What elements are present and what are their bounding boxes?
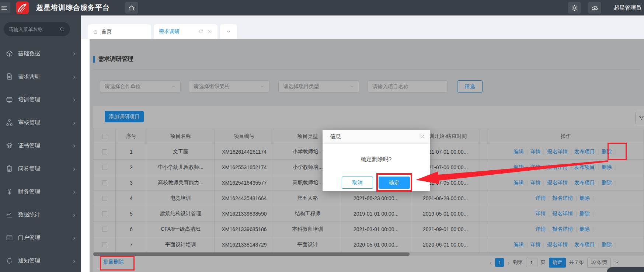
dialog-title: 信息 <box>330 133 341 140</box>
collapse-menu-button[interactable] <box>0 2 10 13</box>
sidebar-item-org-chart[interactable]: 审核管理 › <box>0 111 81 135</box>
sidebar-item-label: 需求调研 <box>18 73 73 80</box>
chevron-right-icon: › <box>73 234 75 241</box>
chevron-right-icon: › <box>73 258 75 264</box>
sidebar-item-label: 门户管理 <box>18 234 73 241</box>
tab-home[interactable]: 首页 <box>88 24 151 39</box>
chevron-right-icon: › <box>73 142 75 149</box>
chevron-down-icon <box>226 29 231 34</box>
line-chart-icon <box>6 211 13 218</box>
chevron-right-icon: › <box>73 188 75 195</box>
tab-label: 需求调研 <box>159 28 180 35</box>
sidebar-item-clipboard[interactable]: 问卷管理 › <box>0 157 81 181</box>
logo-star-swoosh-icon <box>16 1 29 14</box>
dialog-message: 确定删除吗? <box>323 156 430 163</box>
tab-label: 首页 <box>101 28 112 35</box>
chevron-right-icon: › <box>73 50 75 57</box>
org-chart-icon <box>6 119 13 126</box>
search-icon[interactable] <box>59 27 65 32</box>
cloud-download-icon <box>591 4 598 11</box>
chevron-right-icon: › <box>73 212 75 218</box>
menu-search <box>4 22 70 36</box>
refresh-icon[interactable] <box>198 29 203 34</box>
yen-icon <box>6 188 13 195</box>
sidebar-item-document[interactable]: 需求调研 › <box>0 65 81 88</box>
tabbar: 首页 需求调研 <box>81 15 644 39</box>
topbar: 超星培训综合服务平台 超星管理员 <box>0 0 644 15</box>
close-icon[interactable] <box>420 134 425 139</box>
chaoxing-logo <box>16 1 29 14</box>
gear-icon <box>571 4 578 11</box>
home-button[interactable] <box>125 2 138 14</box>
app-title: 超星培训综合服务平台 <box>36 3 110 13</box>
app-window: 超星培训综合服务平台 超星管理员 基础数据 › 需求调研 › 培训管理 › <box>0 0 644 272</box>
settings-button[interactable] <box>568 2 581 14</box>
corner-widget <box>607 267 644 272</box>
window-icon <box>6 234 13 241</box>
sidebar-item-cube[interactable]: 基础数据 › <box>0 42 81 65</box>
bell-icon <box>6 257 13 264</box>
tab-demand-survey[interactable]: 需求调研 <box>154 24 217 39</box>
sidebar-item-bell[interactable]: 通知管理 › <box>0 250 81 272</box>
cancel-button[interactable]: 取消 <box>342 177 373 189</box>
sidebar-item-label: 通知管理 <box>18 257 73 264</box>
layers-icon <box>6 142 13 149</box>
sidebar-item-label: 证书管理 <box>18 142 73 149</box>
sidebar-item-training-card[interactable]: 培训管理 › <box>0 88 81 111</box>
sidebar-item-label: 培训管理 <box>18 96 73 103</box>
tab-list-dropdown[interactable] <box>220 24 237 39</box>
clipboard-icon <box>6 165 13 172</box>
document-icon <box>6 73 13 80</box>
sidebar-item-label: 财务管理 <box>18 188 73 195</box>
sidebar-item-yen[interactable]: 财务管理 › <box>0 180 81 203</box>
sidebar-item-label: 审核管理 <box>18 119 73 126</box>
home-icon <box>128 4 135 11</box>
chevron-right-icon: › <box>73 119 75 126</box>
confirm-button[interactable]: 确定 <box>379 177 410 189</box>
topbar-right: 超星管理员 <box>568 0 641 15</box>
menu-search-input[interactable] <box>9 27 59 32</box>
training-card-icon <box>6 96 13 103</box>
chevron-right-icon: › <box>73 73 75 80</box>
confirm-dialog: 信息 确定删除吗? 取消 确定 <box>323 130 430 191</box>
sidebar-item-label: 基础数据 <box>18 50 73 57</box>
dialog-buttons: 取消 确定 <box>342 177 410 189</box>
menu-icon <box>1 4 8 11</box>
sidebar: 基础数据 › 需求调研 › 培训管理 › 审核管理 › 证书管理 › 问卷管理 … <box>0 15 81 272</box>
chevron-right-icon: › <box>73 96 75 103</box>
chevron-right-icon: › <box>73 165 75 172</box>
close-icon[interactable] <box>207 29 212 34</box>
sidebar-item-layers[interactable]: 证书管理 › <box>0 134 81 157</box>
dialog-titlebar: 信息 <box>323 130 430 144</box>
sidebar-item-label: 问卷管理 <box>18 165 73 172</box>
sidebar-item-label: 数据统计 <box>18 211 73 218</box>
sidebar-item-window[interactable]: 门户管理 › <box>0 226 81 250</box>
home-icon <box>93 29 98 34</box>
sidebar-nav: 基础数据 › 需求调研 › 培训管理 › 审核管理 › 证书管理 › 问卷管理 … <box>0 42 81 272</box>
download-button[interactable] <box>588 2 601 14</box>
cube-icon <box>6 50 13 57</box>
current-user[interactable]: 超星管理员 <box>614 4 641 11</box>
sidebar-item-line-chart[interactable]: 数据统计 › <box>0 203 81 227</box>
